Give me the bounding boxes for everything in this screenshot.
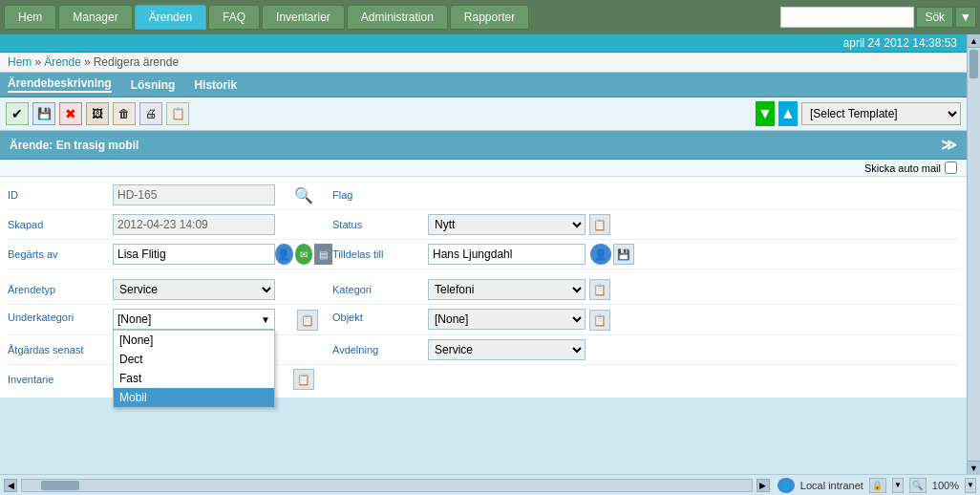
scroll-up-arrow[interactable]: ▲ bbox=[968, 34, 980, 48]
nav-tab-manager[interactable]: Manager bbox=[58, 5, 132, 30]
id-field-col bbox=[113, 184, 275, 205]
id-input[interactable] bbox=[113, 184, 275, 205]
nav-tab-rapporter[interactable]: Rapporter bbox=[450, 5, 529, 30]
zoom-icon[interactable]: 🔍 bbox=[909, 478, 927, 493]
close-btn[interactable]: ✖ bbox=[59, 102, 82, 125]
tilldelas-input[interactable] bbox=[428, 244, 586, 265]
image-btn[interactable]: 🖼 bbox=[86, 102, 109, 125]
form-row-id: ID 🔍 Flag bbox=[8, 181, 959, 210]
case-title: Ärende: En trasig mobil bbox=[10, 139, 138, 152]
status-right: 🌐 Local intranet 🔒 ▼ 🔍 100% ▼ bbox=[778, 478, 976, 493]
user-icon[interactable]: 👤 bbox=[275, 244, 293, 265]
horizontal-scrollbar[interactable] bbox=[21, 479, 753, 492]
status-copy-icon[interactable]: 📋 bbox=[589, 214, 610, 235]
nav-tab-faq[interactable]: FAQ bbox=[208, 5, 260, 30]
flag-label: Flag bbox=[332, 189, 428, 201]
print-btn[interactable]: 🖨 bbox=[139, 102, 162, 125]
tab-historik[interactable]: Historik bbox=[194, 78, 237, 92]
email-icon[interactable]: ✉ bbox=[295, 244, 313, 265]
kategori-select[interactable]: Telefoni Dator Nätverk bbox=[428, 279, 586, 300]
automail-checkbox[interactable] bbox=[945, 161, 957, 174]
folder-icon[interactable]: ▤ bbox=[314, 244, 332, 265]
zoom-dropdown[interactable]: ▼ bbox=[965, 478, 976, 493]
breadcrumb-arende[interactable]: Ärende bbox=[44, 55, 81, 69]
tilldelas-label: Tilldelas till bbox=[332, 248, 428, 260]
search-input[interactable] bbox=[780, 7, 914, 28]
nav-tab-administration[interactable]: Administration bbox=[347, 5, 448, 30]
automail-label: Skicka auto mail bbox=[864, 162, 941, 174]
form-content: ID 🔍 Flag Skapad Status Nytt Pågående bbox=[0, 177, 967, 398]
export-btn[interactable]: 📋 bbox=[166, 102, 189, 125]
underkategori-label: Underkategori bbox=[8, 309, 113, 323]
kategori-label: Kategori bbox=[332, 284, 428, 295]
nav-tab-arenden[interactable]: Ärenden bbox=[135, 5, 206, 30]
search-dropdown-btn[interactable]: ▼ bbox=[955, 7, 976, 28]
scroll-right-btn[interactable]: ▶ bbox=[756, 479, 770, 492]
automail-row: Skicka auto mail bbox=[0, 160, 967, 177]
tab-bar: Ärendebeskrivning Lösning Historik bbox=[0, 73, 967, 97]
inventarie-label: Inventarie bbox=[8, 374, 113, 385]
intranet-label: Local intranet bbox=[800, 480, 863, 491]
objekt-copy-icon[interactable]: 📋 bbox=[589, 310, 610, 331]
scroll-left-btn[interactable]: ◀ bbox=[4, 479, 17, 492]
breadcrumb-hem[interactable]: Hem bbox=[8, 55, 32, 69]
underkategori-copy-icon[interactable]: 📋 bbox=[297, 310, 318, 331]
search-button[interactable]: Sök bbox=[916, 7, 953, 28]
top-nav: Hem Manager Ärenden FAQ Inventarier Admi… bbox=[0, 0, 980, 34]
beg-input[interactable] bbox=[113, 244, 275, 265]
template-select[interactable]: [Select Template] bbox=[801, 102, 961, 125]
main-wrapper: april 24 2012 14:38:53 Hem » Ärende » Re… bbox=[0, 34, 967, 474]
form-row-beg: Begärts av 👤 ✉ ▤ Tilldelas till 👤 💾 bbox=[8, 240, 959, 269]
avdelning-label: Avdelning bbox=[332, 344, 428, 355]
underkategori-option-dect[interactable]: Dect bbox=[114, 350, 274, 369]
id-label: ID bbox=[8, 189, 113, 201]
intranet-icon: 🌐 bbox=[778, 478, 795, 493]
objekt-select[interactable]: [None] bbox=[428, 309, 586, 330]
date-bar: april 24 2012 14:38:53 bbox=[0, 34, 967, 53]
status-select[interactable]: Nytt Pågående Stängt bbox=[428, 214, 586, 235]
skapad-label: Skapad bbox=[8, 219, 113, 230]
avdelning-select[interactable]: Service IT HR bbox=[428, 339, 586, 360]
tilldelas-user-icon[interactable]: 👤 bbox=[590, 244, 611, 265]
scroll-thumb[interactable] bbox=[969, 50, 978, 78]
breadcrumb: Hem » Ärende » Redigera ärende bbox=[0, 53, 967, 73]
zoom-label: 100% bbox=[932, 480, 959, 491]
scrollbar-right: ▲ ▼ bbox=[967, 34, 980, 474]
security-dropdown[interactable]: ▼ bbox=[892, 478, 904, 493]
tilldelas-save-icon[interactable]: 💾 bbox=[613, 244, 634, 265]
tab-arendebeskrivning[interactable]: Ärendebeskrivning bbox=[8, 76, 112, 93]
arrow-down-btn[interactable]: ▼ bbox=[756, 101, 775, 126]
case-header: Ärende: En trasig mobil ≫ bbox=[0, 131, 967, 160]
form-row-underkategori: Underkategori [None] ▼ [None] Dect Fast … bbox=[8, 305, 959, 335]
arendetyp-select[interactable]: Service Incident bbox=[113, 279, 275, 300]
beg-label: Begärts av bbox=[8, 248, 113, 260]
check-btn[interactable]: ✔ bbox=[6, 102, 29, 125]
collapse-btn[interactable]: ≫ bbox=[941, 136, 957, 154]
toolbar-right: ▼ ▲ [Select Template] bbox=[756, 101, 961, 126]
status-label: Status bbox=[332, 219, 428, 230]
inventarie-icon[interactable]: 📋 bbox=[293, 369, 314, 390]
search-icon[interactable]: 🔍 bbox=[294, 186, 313, 204]
toolbar: ✔ 💾 ✖ 🖼 🗑 🖨 📋 ▼ ▲ [Select Template] bbox=[0, 97, 967, 131]
underkategori-option-fast[interactable]: Fast bbox=[114, 369, 274, 388]
objekt-label: Objekt bbox=[332, 309, 428, 323]
save-btn[interactable]: 💾 bbox=[32, 102, 55, 125]
security-icon[interactable]: 🔒 bbox=[869, 478, 886, 493]
form-row-skapad: Skapad Status Nytt Pågående Stängt 📋 bbox=[8, 210, 959, 240]
arrow-up-btn[interactable]: ▲ bbox=[778, 101, 798, 126]
breadcrumb-redigera: Redigera ärende bbox=[94, 55, 179, 69]
arendetyp-label: Ärendetyp bbox=[8, 284, 113, 295]
underkategori-option-none[interactable]: [None] bbox=[114, 331, 274, 350]
tab-losning[interactable]: Lösning bbox=[131, 78, 176, 92]
nav-tab-hem[interactable]: Hem bbox=[4, 5, 56, 30]
delete-btn[interactable]: 🗑 bbox=[113, 102, 136, 125]
scroll-down-arrow[interactable]: ▼ bbox=[968, 461, 980, 474]
form-row-arendetyp: Ärendetyp Service Incident Kategori Tele… bbox=[8, 275, 959, 305]
search-area: Sök ▼ bbox=[780, 7, 976, 28]
skapad-input[interactable] bbox=[113, 214, 275, 235]
status-bar: ◀ ▶ 🌐 Local intranet 🔒 ▼ 🔍 100% ▼ bbox=[0, 474, 980, 495]
underkategori-dropdown[interactable]: [None] ▼ bbox=[113, 309, 275, 330]
kategori-copy-icon[interactable]: 📋 bbox=[589, 279, 610, 300]
underkategori-option-mobil[interactable]: Mobil bbox=[114, 388, 274, 407]
nav-tab-inventarier[interactable]: Inventarier bbox=[262, 5, 345, 30]
